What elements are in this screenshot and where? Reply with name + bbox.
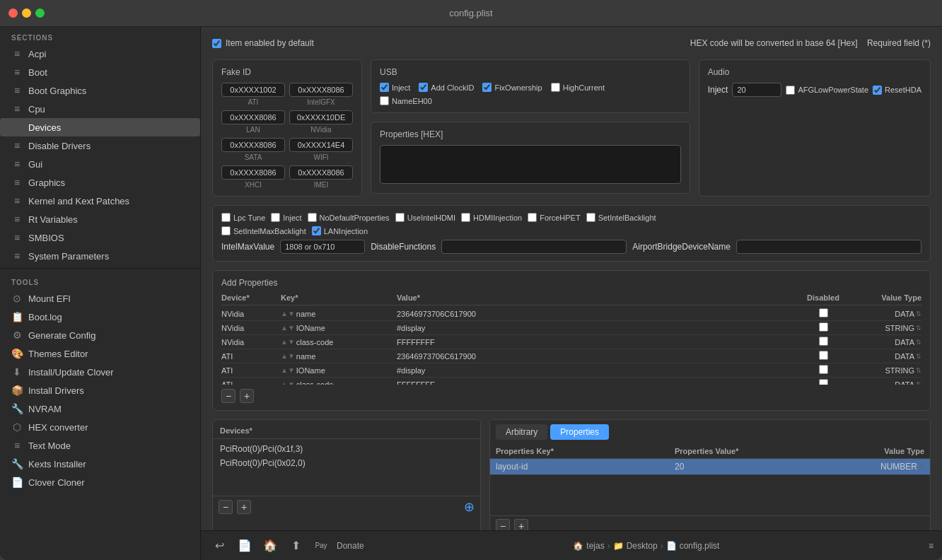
table-row[interactable]: NVidia ▲▼ IOName #display STRING ⇅ bbox=[221, 321, 921, 335]
remove-row-button[interactable]: − bbox=[221, 389, 236, 403]
sidebar-item-boot-graphics[interactable]: ≡ Boot Graphics bbox=[0, 81, 200, 100]
setintelbacklight-checkbox[interactable] bbox=[586, 213, 595, 222]
minimize-button[interactable] bbox=[22, 8, 31, 18]
sidebar-item-nvram[interactable]: 🔧 NVRAM bbox=[0, 399, 200, 418]
lpctune-checkbox[interactable] bbox=[221, 213, 231, 222]
nvidia-input[interactable] bbox=[289, 110, 353, 124]
usb-inject-item[interactable]: Inject bbox=[380, 83, 410, 92]
setintelmaxbacklight-checkbox[interactable] bbox=[221, 226, 231, 235]
sidebar-item-smbios[interactable]: ≡ SMBIOS bbox=[0, 228, 200, 247]
pay-icon[interactable]: Pay bbox=[311, 536, 331, 556]
device-list-item[interactable]: PciRoot(0)/Pci(0x02,0) bbox=[213, 456, 480, 470]
sidebar-item-acpi[interactable]: ≡ Acpi bbox=[0, 45, 200, 63]
airportbridge-input[interactable] bbox=[736, 240, 921, 254]
afg-item[interactable]: AFGLowPowerState bbox=[786, 86, 868, 95]
hdmiinjection-item[interactable]: HDMIInjection bbox=[461, 213, 522, 222]
menu-icon[interactable]: ≡ bbox=[929, 541, 934, 551]
usb-highcurrent-checkbox[interactable] bbox=[551, 83, 560, 92]
back-icon[interactable]: ↩ bbox=[209, 536, 229, 556]
table-row[interactable]: ATI ▲▼ name 23646973706C617900 DATA ⇅ bbox=[221, 349, 921, 363]
sidebar-item-cpu[interactable]: ≡ Cpu bbox=[0, 100, 200, 118]
sidebar-item-rt-variables[interactable]: ≡ Rt Variables bbox=[0, 210, 200, 228]
disablefunctions-input[interactable] bbox=[441, 240, 627, 254]
sidebar-item-text-mode[interactable]: ≡ Text Mode bbox=[0, 436, 200, 455]
usb-fixownership-checkbox[interactable] bbox=[482, 83, 492, 92]
add-device-button[interactable]: + bbox=[237, 500, 251, 514]
table-row[interactable]: ATI ▲▼ IOName #display STRING ⇅ bbox=[221, 363, 921, 378]
forcehpet-checkbox[interactable] bbox=[528, 213, 537, 222]
sidebar-item-gui[interactable]: ≡ Gui bbox=[0, 155, 200, 173]
usb-inject-checkbox[interactable] bbox=[380, 83, 389, 92]
sidebar-item-kexts-installer[interactable]: 🔧 Kexts Installer bbox=[0, 455, 200, 473]
hdmiinjection-checkbox[interactable] bbox=[461, 213, 470, 222]
sidebar-item-clover-cloner[interactable]: 📄 Clover Cloner bbox=[0, 473, 200, 491]
sidebar-item-hex-converter[interactable]: ⬡ HEX converter bbox=[0, 418, 200, 436]
useintelhdmi-checkbox[interactable] bbox=[395, 213, 405, 222]
ati-input[interactable] bbox=[221, 83, 285, 97]
laninjection-item[interactable]: LANInjection bbox=[312, 226, 368, 235]
sidebar-item-system-parameters[interactable]: ≡ System Parameters bbox=[0, 247, 200, 265]
plus-circle-button[interactable]: ⊕ bbox=[464, 499, 475, 515]
setintelmaxbacklight-item[interactable]: SetIntelMaxBacklight bbox=[221, 226, 306, 235]
afg-checkbox[interactable] bbox=[786, 86, 795, 95]
item-enabled-checkbox[interactable] bbox=[212, 39, 221, 48]
row-disabled-checkbox[interactable] bbox=[819, 337, 828, 346]
props-table-row[interactable]: layout-id 20 NUMBER ⇅ bbox=[490, 459, 930, 475]
lpctune-item[interactable]: Lpc Tune bbox=[221, 213, 265, 222]
sidebar-item-devices[interactable]: Devices bbox=[0, 118, 200, 136]
usb-nameeh00-checkbox[interactable] bbox=[380, 96, 389, 105]
usb-highcurrent-item[interactable]: HighCurrent bbox=[551, 83, 605, 92]
nodefaultprops-item[interactable]: NoDefaultProperties bbox=[308, 213, 390, 222]
close-button[interactable] bbox=[8, 8, 18, 18]
tab-arbitrary[interactable]: Arbitrary bbox=[496, 424, 547, 440]
props-hex-textarea[interactable] bbox=[380, 145, 681, 184]
usb-addclockid-checkbox[interactable] bbox=[419, 83, 428, 92]
sidebar-item-install-drivers[interactable]: 📦 Install Drivers bbox=[0, 381, 200, 399]
sidebar-item-themes-editor[interactable]: 🎨 Themes Editor bbox=[0, 344, 200, 363]
sidebar-item-kernel-kext[interactable]: ≡ Kernel and Kext Patches bbox=[0, 192, 200, 210]
imei-input[interactable] bbox=[289, 165, 353, 180]
donate-button[interactable]: Donate bbox=[337, 541, 364, 551]
wifi-input[interactable] bbox=[289, 138, 353, 152]
tab-properties[interactable]: Properties bbox=[550, 424, 609, 440]
sidebar-item-disable-drivers[interactable]: ≡ Disable Drivers bbox=[0, 136, 200, 155]
row-disabled-checkbox[interactable] bbox=[819, 351, 828, 360]
inject-item[interactable]: Inject bbox=[271, 213, 301, 222]
sidebar-item-boot[interactable]: ≡ Boot bbox=[0, 63, 200, 81]
row-disabled-checkbox[interactable] bbox=[819, 379, 828, 385]
resethda-checkbox[interactable] bbox=[873, 86, 882, 95]
forcehpet-item[interactable]: ForceHPET bbox=[528, 213, 580, 222]
add-row-button[interactable]: + bbox=[240, 389, 254, 403]
usb-addclockid-item[interactable]: Add ClockID bbox=[419, 83, 474, 92]
sidebar-item-mount-efi[interactable]: ⊙ Mount EFI bbox=[0, 289, 200, 308]
xhci-input[interactable] bbox=[221, 165, 285, 180]
nodefaultprops-checkbox[interactable] bbox=[308, 213, 317, 222]
audio-inject-select[interactable]: 20 bbox=[732, 83, 781, 97]
add-prop-button[interactable]: + bbox=[514, 519, 528, 530]
sidebar-item-generate-config[interactable]: ⚙ Generate Config bbox=[0, 326, 200, 344]
resethda-item[interactable]: ResetHDA bbox=[873, 86, 921, 95]
maximize-button[interactable] bbox=[35, 8, 45, 18]
row-disabled-checkbox[interactable] bbox=[819, 308, 828, 317]
sidebar-item-graphics[interactable]: ≡ Graphics bbox=[0, 173, 200, 192]
usb-fixownership-item[interactable]: FixOwnership bbox=[482, 83, 542, 92]
lan-input[interactable] bbox=[221, 110, 285, 124]
share-icon[interactable]: ⬆ bbox=[286, 536, 306, 556]
setintelbacklight-item[interactable]: SetIntelBacklight bbox=[586, 213, 656, 222]
intelmaxvalue-select[interactable]: 1808 or 0x710 bbox=[280, 240, 365, 254]
useintelhdmi-item[interactable]: UseIntelHDMI bbox=[395, 213, 455, 222]
laninjection-checkbox[interactable] bbox=[312, 226, 321, 235]
row-disabled-checkbox[interactable] bbox=[819, 322, 828, 332]
home-icon[interactable]: 🏠 bbox=[260, 536, 280, 556]
sidebar-item-boot-log[interactable]: 📋 Boot.log bbox=[0, 308, 200, 326]
document-icon[interactable]: 📄 bbox=[235, 536, 255, 556]
inject-checkbox[interactable] bbox=[271, 213, 280, 222]
device-list-item[interactable]: PciRoot(0)/Pci(0x1f,3) bbox=[213, 442, 480, 456]
row-disabled-checkbox[interactable] bbox=[819, 365, 828, 374]
remove-prop-button[interactable]: − bbox=[496, 519, 510, 530]
table-row[interactable]: NVidia ▲▼ name 23646973706C617900 DATA ⇅ bbox=[221, 307, 921, 321]
intelgfx-input[interactable] bbox=[289, 83, 353, 97]
table-row[interactable]: ATI ▲▼ class-code FFFFFFFF DATA ⇅ bbox=[221, 378, 921, 385]
sata-input[interactable] bbox=[221, 138, 285, 152]
sidebar-item-install-update[interactable]: ⬇ Install/Update Clover bbox=[0, 363, 200, 381]
